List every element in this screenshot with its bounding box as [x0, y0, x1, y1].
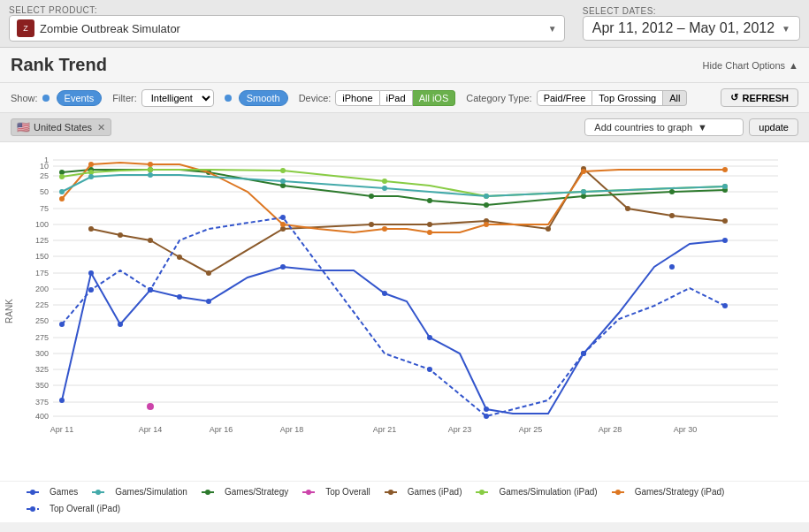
cat-all-btn[interactable]: All [663, 90, 687, 106]
date-dropdown[interactable]: Apr 11, 2012 – May 01, 2012 ▼ [583, 16, 800, 41]
product-dropdown[interactable]: Z Zombie Outbreak Simulator ▼ [9, 15, 565, 42]
svg-point-76 [484, 222, 489, 227]
add-countries-arrow: ▼ [698, 122, 707, 133]
legend-games-strat: Games/Strategy [202, 487, 288, 497]
svg-point-132 [30, 506, 35, 512]
legend-games-sim-ipad: Games/Simulation (iPad) [476, 487, 597, 497]
svg-point-101 [280, 264, 286, 270]
svg-point-88 [88, 174, 94, 179]
svg-point-94 [722, 184, 728, 189]
show-label: Show: [11, 93, 38, 103]
svg-point-111 [148, 287, 153, 293]
country-bar: 🇺🇸 United States ✕ Add countries to grap… [0, 113, 809, 142]
svg-text:Apr 30: Apr 30 [674, 425, 698, 434]
svg-point-75 [427, 230, 432, 235]
svg-text:75: 75 [40, 204, 49, 213]
svg-point-89 [148, 172, 153, 178]
cat-topgrossing-btn[interactable]: Top Grossing [592, 90, 663, 106]
country-name: United States [34, 122, 92, 133]
svg-point-120 [95, 490, 101, 495]
svg-text:Apr 28: Apr 28 [599, 425, 622, 434]
legend-games-label: Games [50, 487, 78, 497]
svg-point-118 [30, 490, 35, 495]
add-countries-dropdown[interactable]: Add countries to graph ▼ [584, 118, 744, 136]
chart-svg: .grid-line { stroke: #e0e0e0; stroke-wid… [18, 151, 787, 443]
device-allios-btn[interactable]: All iOS [413, 90, 456, 106]
svg-point-95 [59, 398, 65, 403]
date-range: Apr 11, 2012 – May 01, 2012 [592, 20, 775, 36]
svg-text:Apr 14: Apr 14 [139, 425, 163, 434]
svg-point-124 [306, 490, 311, 495]
us-flag: 🇺🇸 [17, 121, 30, 133]
chart-inner: .grid-line { stroke: #e0e0e0; stroke-wid… [18, 142, 809, 481]
refresh-icon: ↺ [730, 92, 738, 103]
svg-text:200: 200 [35, 285, 49, 293]
svg-point-81 [148, 167, 153, 172]
country-tag: 🇺🇸 United States ✕ [11, 118, 111, 136]
svg-point-51 [369, 222, 374, 227]
add-countries-group: Add countries to graph ▼ update [584, 118, 798, 136]
svg-point-100 [206, 299, 211, 304]
svg-text:150: 150 [35, 252, 49, 261]
refresh-label: REFRESH [742, 93, 789, 103]
product-name: Zombie Outbreak Simulator [40, 22, 543, 35]
legend-games: Games [27, 487, 78, 497]
product-icon: Z [17, 19, 34, 37]
svg-text:225: 225 [35, 300, 49, 309]
svg-point-99 [177, 294, 182, 300]
date-dropdown-arrow: ▼ [782, 24, 790, 34]
svg-point-112 [280, 215, 286, 220]
svg-point-122 [205, 490, 210, 495]
svg-point-83 [382, 179, 387, 184]
svg-point-114 [484, 414, 489, 419]
svg-text:Apr 23: Apr 23 [448, 425, 472, 434]
update-btn[interactable]: update [749, 118, 798, 136]
svg-point-58 [722, 218, 728, 224]
legend-games-strat-ipad: Games/Strategy (iPad) [612, 487, 725, 497]
svg-text:50: 50 [40, 187, 49, 196]
show-group: Show: Events [11, 90, 102, 106]
svg-point-71 [88, 162, 94, 167]
category-buttons: Paid/Free Top Grossing All [537, 90, 688, 106]
controls-bar: Show: Events Filter: Intelligent Smooth … [0, 83, 809, 113]
refresh-btn[interactable]: ↺ REFRESH [721, 88, 798, 107]
svg-text:100: 100 [35, 220, 49, 229]
legend-games-ipad: Games (iPad) [385, 487, 462, 497]
svg-point-72 [148, 162, 153, 167]
date-label: SELECT DATES: [583, 6, 800, 16]
device-iphone-btn[interactable]: iPhone [335, 90, 379, 106]
category-group: Category Type: Paid/Free Top Grossing Al… [466, 90, 687, 106]
product-label: SELECT PRODUCT: [9, 5, 565, 15]
legend-games-sim-ipad-label: Games/Simulation (iPad) [499, 487, 597, 497]
smooth-group: Smooth [225, 90, 288, 106]
events-btn[interactable]: Events [57, 90, 103, 106]
svg-point-106 [669, 264, 675, 270]
device-ipad-btn[interactable]: iPad [380, 90, 413, 106]
svg-text:Apr 16: Apr 16 [210, 425, 233, 434]
smooth-btn[interactable]: Smooth [239, 90, 288, 106]
device-label: Device: [299, 93, 332, 103]
rank-trend-title: Rank Trend [11, 55, 107, 75]
svg-text:350: 350 [35, 381, 49, 390]
legend-games-strat-ipad-label: Games/Strategy (iPad) [635, 487, 725, 497]
filter-select[interactable]: Intelligent [141, 89, 214, 107]
hide-chart-options-btn[interactable]: Hide Chart Options ▲ [703, 60, 798, 71]
svg-point-107 [722, 238, 728, 243]
svg-point-73 [280, 222, 286, 227]
svg-point-90 [280, 179, 286, 184]
svg-text:Apr 25: Apr 25 [519, 425, 543, 434]
chart-area: RANK .grid-line { stroke: #e0e0e0; strok… [0, 142, 809, 481]
svg-point-54 [546, 226, 551, 232]
svg-point-78 [722, 167, 728, 172]
device-buttons: iPhone iPad All iOS [335, 90, 455, 106]
svg-point-45 [88, 226, 94, 232]
cat-paidfree-btn[interactable]: Paid/Free [537, 90, 593, 106]
svg-point-113 [427, 367, 432, 372]
svg-point-68 [669, 189, 675, 194]
svg-point-64 [369, 194, 374, 199]
remove-country-btn[interactable]: ✕ [97, 122, 105, 133]
legend-top-overall-label: Top Overall [325, 487, 370, 497]
svg-point-82 [280, 168, 286, 173]
svg-point-103 [427, 335, 432, 340]
legend-games-sim-label: Games/Simulation [115, 487, 187, 497]
